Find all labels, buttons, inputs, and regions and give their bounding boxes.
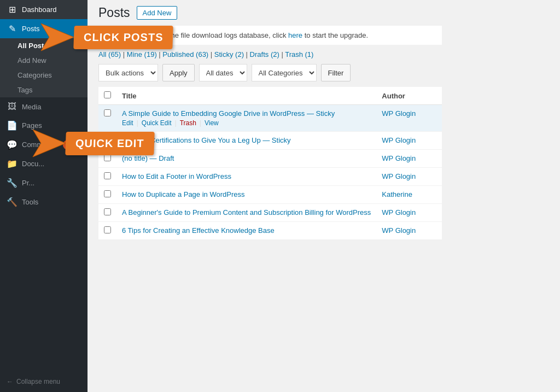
row4-checkbox-cell bbox=[98, 168, 116, 186]
row7-title-cell: 6 Tips for Creating an Effective Knowled… bbox=[116, 222, 376, 240]
row5-checkbox-cell bbox=[98, 186, 116, 204]
th-title: Title bbox=[116, 87, 376, 105]
row4-title-cell: How to Edit a Footer in WordPress bbox=[116, 168, 376, 186]
row1-checkbox-cell bbox=[98, 105, 116, 132]
row2-author-link[interactable]: WP Glogin bbox=[382, 136, 416, 144]
filter-trash[interactable]: Trash (1) bbox=[285, 50, 313, 58]
toolbar: Bulk actions Apply All dates All Categor… bbox=[98, 64, 442, 81]
dashboard-icon: ⊞ bbox=[7, 4, 18, 15]
sidebar-item-all-posts[interactable]: All Posts bbox=[0, 38, 88, 53]
row6-author-link[interactable]: WP Glogin bbox=[382, 208, 416, 217]
sidebar-item-pages[interactable]: 📄 Pages bbox=[0, 116, 88, 135]
sidebar-item-pr[interactable]: 🔧 Pr... bbox=[0, 173, 88, 192]
table-row: 6 Tips for Creating an Effective Knowled… bbox=[98, 222, 442, 240]
row1-actions: Edit | Quick Edit | Trash | View bbox=[122, 119, 371, 127]
pr-icon: 🔧 bbox=[7, 178, 18, 188]
sidebar-item-tools[interactable]: 🔨 Tools bbox=[0, 192, 88, 212]
table-row: How to Duplicate a Page in WordPress Kat… bbox=[98, 186, 442, 204]
main-content: Posts Add New needs to upgrade the file … bbox=[88, 0, 453, 392]
table-header-row: Title Author bbox=[98, 87, 442, 105]
row2-title-cell: ysadmin Certifications to Give You a Leg… bbox=[116, 132, 376, 150]
filter-button[interactable]: Filter bbox=[321, 64, 351, 81]
sidebar-item-media[interactable]: 🖼 Media bbox=[0, 97, 88, 116]
row6-title-link[interactable]: A Beginner's Guide to Premium Content an… bbox=[122, 208, 371, 217]
pages-icon: 📄 bbox=[7, 120, 18, 131]
row2-author-cell: WP Glogin bbox=[376, 132, 442, 150]
sidebar-item-tags[interactable]: Tags bbox=[0, 83, 88, 97]
posts-icon: ✎ bbox=[7, 24, 18, 34]
sidebar-submenu-posts: All Posts Add New Categories Tags bbox=[0, 38, 88, 97]
row1-title-cell: A Simple Guide to Embedding Google Drive… bbox=[116, 105, 376, 132]
filter-all[interactable]: All (65) bbox=[98, 50, 121, 58]
apply-button[interactable]: Apply bbox=[162, 64, 195, 81]
row4-checkbox[interactable] bbox=[104, 172, 111, 179]
notice-text: needs to upgrade the file download logs … bbox=[112, 31, 286, 39]
row7-author-link[interactable]: WP Glogin bbox=[382, 226, 416, 235]
row2-checkbox[interactable] bbox=[104, 136, 111, 143]
sidebar-item-dashboard[interactable]: ⊞ Dashboard bbox=[0, 0, 88, 19]
notice-link[interactable]: here bbox=[288, 31, 302, 39]
comments-icon: 💬 bbox=[7, 139, 18, 150]
th-author: Author bbox=[376, 87, 442, 105]
row2-title-link[interactable]: ysadmin Certifications to Give You a Leg… bbox=[122, 136, 291, 144]
collapse-icon: ← bbox=[7, 378, 13, 385]
row3-checkbox-cell bbox=[98, 150, 116, 168]
sidebar-item-comments[interactable]: 💬 Comments 1 bbox=[0, 135, 88, 154]
row5-title-cell: How to Duplicate a Page in WordPress bbox=[116, 186, 376, 204]
select-all-checkbox[interactable] bbox=[104, 91, 111, 98]
collapse-menu[interactable]: ← Collapse menu bbox=[0, 371, 88, 392]
row1-quick-edit-link[interactable]: Quick Edit bbox=[142, 119, 172, 127]
dates-select[interactable]: All dates bbox=[199, 64, 247, 81]
tools-icon: 🔨 bbox=[7, 197, 18, 207]
table-row: How to Edit a Footer in WordPress WP Glo… bbox=[98, 168, 442, 186]
row3-author-cell: WP Glogin bbox=[376, 150, 442, 168]
documents-icon: 📁 bbox=[7, 159, 18, 169]
sidebar-item-add-new[interactable]: Add New bbox=[0, 53, 88, 68]
row7-title-link[interactable]: 6 Tips for Creating an Effective Knowled… bbox=[122, 226, 275, 235]
filter-published[interactable]: Published (63) bbox=[162, 50, 208, 58]
row1-author-cell: WP Glogin bbox=[376, 105, 442, 132]
filter-drafts[interactable]: Drafts (2) bbox=[250, 50, 279, 58]
row4-author-link[interactable]: WP Glogin bbox=[382, 172, 416, 180]
row1-edit-link[interactable]: Edit bbox=[122, 119, 133, 127]
table-row: A Simple Guide to Embedding Google Drive… bbox=[98, 105, 442, 132]
page-title-wrap: Posts Add New bbox=[88, 0, 453, 20]
sidebar-item-documents[interactable]: 📁 Docu... bbox=[0, 154, 88, 173]
notice-suffix: to start the upgrade. bbox=[305, 31, 368, 39]
row3-checkbox[interactable] bbox=[104, 154, 111, 161]
layout-wrapper: ⊞ Dashboard ✎ Posts All Posts Add New Ca… bbox=[0, 0, 453, 392]
row6-checkbox[interactable] bbox=[104, 208, 111, 215]
bulk-actions-select[interactable]: Bulk actions bbox=[98, 64, 158, 81]
row3-title-cell: (no title) — Draft bbox=[116, 150, 376, 168]
content-area: All (65) | Mine (19) | Published (63) | … bbox=[88, 50, 453, 251]
th-checkbox bbox=[98, 87, 116, 105]
filter-mine[interactable]: Mine (19) bbox=[127, 50, 157, 58]
table-row: A Beginner's Guide to Premium Content an… bbox=[98, 204, 442, 222]
row7-checkbox[interactable] bbox=[104, 226, 111, 233]
row3-title-link[interactable]: (no title) — Draft bbox=[122, 154, 174, 162]
upgrade-notice: needs to upgrade the file download logs … bbox=[98, 26, 442, 45]
row7-checkbox-cell bbox=[98, 222, 116, 240]
row4-title-link[interactable]: How to Edit a Footer in WordPress bbox=[122, 172, 231, 180]
sep4: | bbox=[246, 50, 250, 58]
add-new-button[interactable]: Add New bbox=[137, 6, 178, 20]
row1-author-link[interactable]: WP Glogin bbox=[382, 109, 416, 118]
row5-checkbox[interactable] bbox=[104, 190, 111, 197]
row1-title-link[interactable]: A Simple Guide to Embedding Google Drive… bbox=[122, 109, 335, 118]
row3-author-link[interactable]: WP Glogin bbox=[382, 154, 416, 162]
sidebar-item-categories[interactable]: Categories bbox=[0, 68, 88, 83]
row1-trash-link[interactable]: Trash bbox=[180, 119, 196, 127]
comments-badge: 1 bbox=[63, 140, 73, 150]
row6-title-cell: A Beginner's Guide to Premium Content an… bbox=[116, 204, 376, 222]
media-icon: 🖼 bbox=[7, 102, 18, 112]
categories-select[interactable]: All Categories bbox=[252, 64, 317, 81]
row1-checkbox[interactable] bbox=[104, 109, 111, 116]
row7-author-cell: WP Glogin bbox=[376, 222, 442, 240]
row5-author-link[interactable]: Katherine bbox=[382, 190, 412, 198]
table-row: (no title) — Draft WP Glogin bbox=[98, 150, 442, 168]
row6-checkbox-cell bbox=[98, 204, 116, 222]
row5-title-link[interactable]: How to Duplicate a Page in WordPress bbox=[122, 190, 244, 198]
row1-view-link[interactable]: View bbox=[205, 119, 219, 127]
filter-sticky[interactable]: Sticky (2) bbox=[214, 50, 244, 58]
sidebar-item-posts[interactable]: ✎ Posts bbox=[0, 19, 88, 38]
